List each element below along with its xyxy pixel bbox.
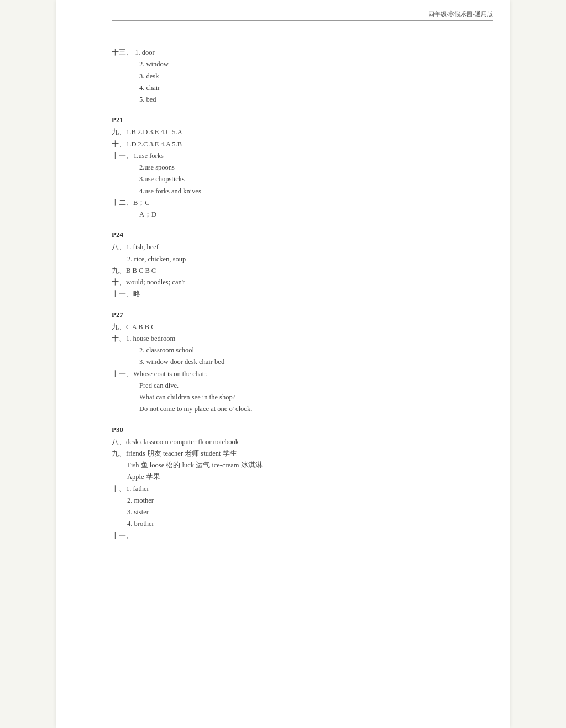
text: C A B B C: [126, 323, 156, 331]
p27-line-1: 九、C A B B C: [112, 321, 476, 333]
text: Whose coat is on the chair.: [133, 370, 208, 378]
prefix: 十一、: [112, 152, 133, 160]
text: B B C B C: [126, 267, 156, 275]
section-p21: P21 九、1.B 2.D 3.E 4.C 5.A 十、1.D 2.C 3.E …: [112, 115, 476, 220]
prefix: 八、: [112, 438, 126, 446]
p24-line-4: 十、would; noodles; can't: [112, 277, 476, 288]
page-label-p24: P24: [112, 230, 476, 239]
p21-line-7: 十二、B；C: [112, 197, 476, 209]
prefix: 九、: [112, 323, 126, 331]
text: 1.B 2.D 3.E 4.C 5.A: [126, 128, 182, 136]
p30-line-8: 4. brother: [127, 518, 476, 530]
item-4: 4. chair: [139, 82, 476, 94]
section-label: 十三、: [112, 49, 133, 56]
p27-line-5: 十一、Whose coat is on the chair.: [112, 368, 476, 380]
text: 1.D 2.C 3.E 4.A 5.B: [126, 140, 182, 148]
prefix: 十、: [112, 140, 126, 148]
text: would; noodles; can't: [126, 278, 185, 286]
p24-line-3: 九、B B C B C: [112, 265, 476, 277]
prefix: 十一、: [112, 532, 133, 540]
text: desk classroom computer floor notebook: [126, 438, 239, 446]
p30-line-1: 八、desk classroom computer floor notebook: [112, 436, 476, 448]
section-p24: P24 八、1. fish, beef 2. rice, chicken, so…: [112, 230, 476, 300]
prefix: 八、: [112, 243, 126, 251]
p27-line-3: 2. classroom school: [139, 345, 476, 356]
section-shisan: 十三、 1. door 2. window 3. desk 4. chair 5…: [112, 47, 476, 105]
p30-line-2: 九、friends 朋友 teacher 老师 student 学生: [112, 448, 476, 460]
text: 略: [133, 290, 140, 298]
p30-line-5: 十、1. father: [112, 483, 476, 495]
prefix: 十、: [112, 485, 126, 493]
p27-line-2: 十、1. house bedroom: [112, 333, 476, 345]
header-title: 四年级-寒假乐园-通用版: [428, 10, 493, 17]
prefix: 十二、: [112, 199, 133, 207]
text: friends 朋友 teacher 老师 student 学生: [126, 450, 237, 457]
prefix: 十一、: [112, 290, 133, 298]
p30-line-7: 3. sister: [127, 507, 476, 518]
page-header: 四年级-寒假乐园-通用版: [112, 10, 493, 21]
prefix: 九、: [112, 128, 126, 136]
item-1: 1. door: [135, 49, 154, 56]
text: 1. fish, beef: [126, 243, 159, 251]
p21-line-6: 4.use forks and knives: [139, 186, 476, 197]
p27-line-6: Fred can dive.: [139, 380, 476, 392]
p30-line-3: Fish 鱼 loose 松的 luck 运气 ice-cream 冰淇淋: [127, 460, 476, 471]
p30-line-6: 2. mother: [127, 495, 476, 507]
page-label-p21: P21: [112, 115, 476, 124]
section-p27: P27 九、C A B B C 十、1. house bedroom 2. cl…: [112, 310, 476, 415]
p21-line-3: 十一、1.use forks: [112, 150, 476, 162]
prefix: 十、: [112, 335, 126, 342]
page-label-p30: P30: [112, 425, 476, 434]
text: 1.use forks: [133, 152, 164, 160]
p21-line-5: 3.use chopsticks: [139, 173, 476, 185]
text: B；C: [133, 199, 150, 207]
page-label-p27: P27: [112, 310, 476, 319]
item-5: 5. bed: [139, 94, 476, 105]
p24-line-1: 八、1. fish, beef: [112, 241, 476, 253]
p21-line-4: 2.use spoons: [139, 162, 476, 173]
prefix: 九、: [112, 450, 126, 457]
top-divider: [112, 39, 476, 39]
prefix: 十、: [112, 278, 126, 286]
prefix: 九、: [112, 267, 126, 275]
p27-line-7: What can children see in the shop?: [139, 392, 476, 403]
p30-line-9: 十一、: [112, 530, 476, 542]
section-shisan-title: 十三、 1. door: [112, 47, 476, 59]
text: 1. house bedroom: [126, 335, 175, 342]
p24-line-2: 2. rice, chicken, soup: [127, 254, 476, 265]
p21-line-8: A；D: [139, 209, 476, 220]
p21-line-1: 九、1.B 2.D 3.E 4.C 5.A: [112, 126, 476, 138]
p30-line-4: Apple 苹果: [127, 471, 476, 483]
p21-line-2: 十、1.D 2.C 3.E 4.A 5.B: [112, 139, 476, 150]
text: 1. father: [126, 485, 149, 493]
page-container: 四年级-寒假乐园-通用版 十三、 1. door 2. window 3. de…: [56, 0, 510, 728]
p24-line-5: 十一、略: [112, 288, 476, 300]
p27-line-8: Do not come to my place at one o' clock.: [139, 403, 476, 415]
p27-line-4: 3. window door desk chair bed: [139, 356, 476, 368]
item-2: 2. window: [139, 59, 476, 70]
item-3: 3. desk: [139, 71, 476, 82]
prefix: 十一、: [112, 370, 133, 378]
section-p30: P30 八、desk classroom computer floor note…: [112, 425, 476, 542]
